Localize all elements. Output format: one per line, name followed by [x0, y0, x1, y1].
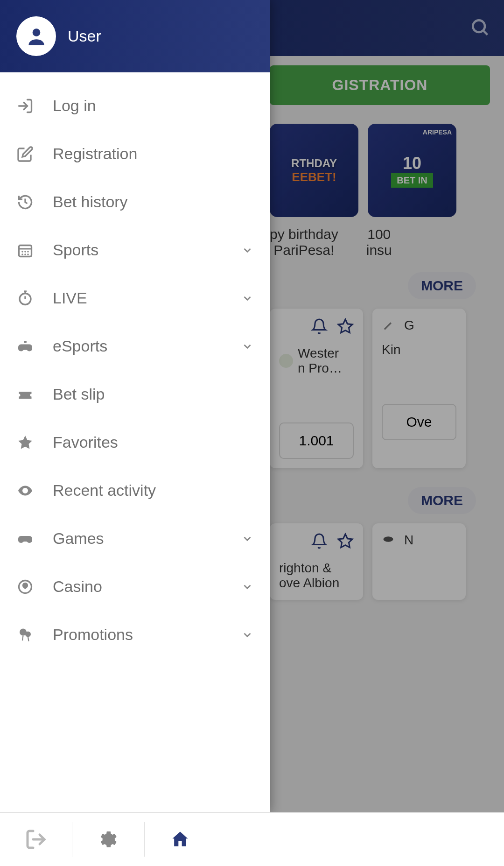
chevron-down-icon[interactable] [227, 241, 253, 260]
dim-overlay[interactable] [270, 0, 504, 812]
drawer-item-promotions[interactable]: Promotions [0, 611, 270, 659]
drawer-item-label: Sports [53, 241, 208, 259]
ticket-icon [16, 386, 34, 403]
svg-rect-19 [24, 341, 27, 343]
drawer-item-label: Registration [53, 145, 253, 163]
drawer-item-registration[interactable]: Registration [0, 130, 270, 178]
settings-button[interactable] [72, 813, 144, 866]
drawer-item-bet-slip[interactable]: Bet slip [0, 370, 270, 418]
drawer-item-bet-history[interactable]: Bet history [0, 178, 270, 226]
history-icon [16, 193, 34, 211]
svg-point-13 [24, 253, 26, 255]
drawer-item-sports[interactable]: Sports [0, 226, 270, 274]
drawer-item-log-in[interactable]: Log in [0, 82, 270, 130]
logout-button[interactable] [0, 813, 72, 866]
bottom-bar-rest [216, 813, 504, 866]
navigation-drawer: User Log inRegistrationBet historySports… [0, 0, 270, 812]
chevron-down-icon[interactable] [227, 577, 253, 596]
drawer-item-label: Recent activity [53, 481, 253, 500]
svg-point-9 [21, 251, 23, 253]
login-icon [16, 97, 34, 115]
bottom-bar [0, 812, 504, 866]
balloons-icon [16, 626, 34, 644]
calendar-icon [16, 241, 34, 259]
drawer-item-label: eSports [53, 337, 208, 355]
drawer-list: Log inRegistrationBet historySportsLIVEe… [0, 72, 270, 812]
drawer-item-label: Favorites [53, 433, 253, 451]
svg-point-5 [32, 28, 40, 36]
drawer-item-games[interactable]: Games [0, 514, 270, 563]
drawer-item-label: Bet slip [53, 385, 253, 403]
edit-icon [16, 145, 34, 163]
drawer-item-favorites[interactable]: Favorites [0, 418, 270, 466]
svg-marker-20 [18, 436, 32, 449]
drawer-item-live[interactable]: LIVE [0, 274, 270, 322]
drawer-item-label: Casino [53, 577, 208, 596]
drawer-header[interactable]: User [0, 0, 270, 72]
chevron-down-icon[interactable] [227, 337, 253, 356]
drawer-item-label: Log in [53, 97, 253, 115]
drawer-item-label: Promotions [53, 626, 208, 644]
chevron-down-icon[interactable] [227, 529, 253, 548]
svg-point-11 [27, 251, 29, 253]
home-button[interactable] [144, 813, 216, 866]
svg-line-25 [28, 637, 29, 641]
drawer-item-esports[interactable]: eSports [0, 322, 270, 370]
gamepad-icon [16, 338, 34, 355]
drawer-item-label: Bet history [53, 193, 253, 211]
chevron-down-icon[interactable] [227, 626, 253, 644]
drawer-item-label: Games [53, 529, 208, 548]
svg-point-10 [24, 251, 26, 253]
casino-icon [16, 578, 34, 596]
svg-line-24 [22, 635, 23, 641]
stopwatch-icon [16, 289, 34, 307]
svg-point-14 [27, 253, 29, 255]
star-icon [16, 434, 34, 451]
chevron-down-icon[interactable] [227, 289, 253, 308]
svg-point-23 [25, 631, 31, 637]
avatar[interactable] [16, 16, 56, 56]
drawer-item-label: LIVE [53, 289, 208, 307]
drawer-item-recent-activity[interactable]: Recent activity [0, 466, 270, 514]
user-label: User [68, 27, 101, 45]
drawer-item-casino[interactable]: Casino [0, 563, 270, 611]
eye-icon [16, 482, 34, 500]
svg-point-12 [21, 253, 23, 255]
gamepad2-icon [16, 530, 34, 548]
